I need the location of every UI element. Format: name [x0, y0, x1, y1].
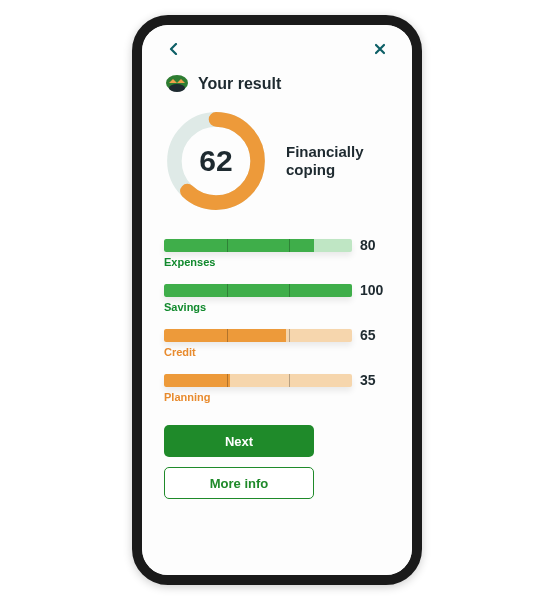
bar-value: 35 [360, 372, 390, 388]
bar-fill [164, 374, 230, 387]
score-row: 62 Financially coping [164, 109, 390, 213]
phone-frame: Your result 62 Financially coping 80Expe… [132, 15, 422, 585]
chevron-left-icon [168, 43, 180, 55]
phone-screen: Your result 62 Financially coping 80Expe… [142, 25, 412, 575]
bar-fill [164, 329, 286, 342]
close-button[interactable] [370, 39, 390, 59]
bar-value: 65 [360, 327, 390, 343]
bar-row: 80Expenses [164, 237, 390, 268]
category-bars: 80Expenses100Savings65Credit35Planning [164, 237, 390, 403]
bar-row: 100Savings [164, 282, 390, 313]
top-bar [164, 35, 390, 63]
bar-fill [164, 284, 352, 297]
score-value: 62 [164, 109, 268, 213]
bar-track [164, 374, 352, 387]
bar-row: 35Planning [164, 372, 390, 403]
bar-fill [164, 239, 314, 252]
bar-caption: Savings [164, 301, 390, 313]
action-buttons: Next More info [164, 425, 390, 499]
bar-caption: Planning [164, 391, 390, 403]
bar-track [164, 284, 352, 297]
bar-value: 80 [360, 237, 390, 253]
bar-row: 65Credit [164, 327, 390, 358]
score-label: Financially coping [286, 143, 386, 179]
bar-caption: Expenses [164, 256, 390, 268]
bar-track [164, 239, 352, 252]
bar-track [164, 329, 352, 342]
back-button[interactable] [164, 39, 184, 59]
brand-logo-icon [164, 73, 190, 95]
more-info-button[interactable]: More info [164, 467, 314, 499]
next-button[interactable]: Next [164, 425, 314, 457]
close-icon [374, 43, 386, 55]
score-donut: 62 [164, 109, 268, 213]
bar-value: 100 [360, 282, 390, 298]
bar-caption: Credit [164, 346, 390, 358]
page-title-row: Your result [164, 73, 390, 95]
svg-point-1 [169, 84, 185, 92]
page-title: Your result [198, 75, 281, 93]
